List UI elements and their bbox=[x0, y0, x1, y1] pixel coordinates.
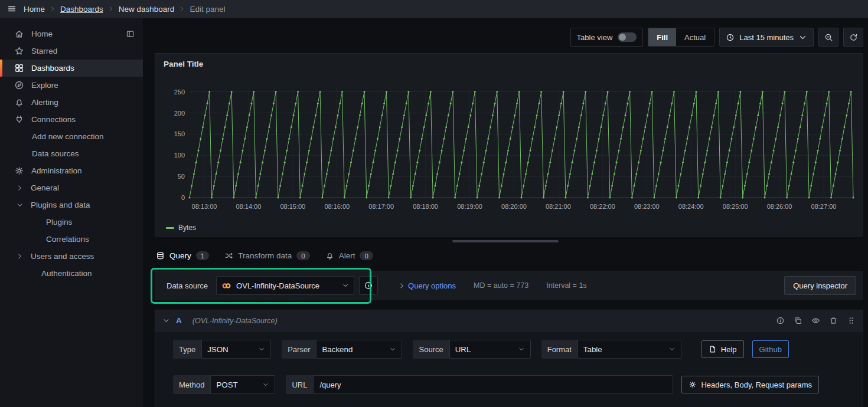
time-range-label: Last 15 minutes bbox=[739, 33, 794, 42]
breadcrumb: HomeDashboardsNew dashboardEdit panel bbox=[24, 5, 225, 14]
chevron-right-icon bbox=[107, 5, 115, 12]
table-view-toggle[interactable] bbox=[618, 32, 637, 42]
menu-icon[interactable] bbox=[7, 4, 17, 14]
svg-text:08:13:00: 08:13:00 bbox=[192, 203, 217, 210]
sidebar-item-alerting[interactable]: Alerting bbox=[0, 94, 143, 111]
type-value: JSON bbox=[207, 345, 229, 354]
type-label: Type bbox=[173, 340, 201, 359]
sidebar-item-general[interactable]: General bbox=[0, 179, 143, 196]
svg-text:08:15:00: 08:15:00 bbox=[280, 203, 305, 210]
query-ref-label[interactable]: A bbox=[176, 316, 182, 325]
dock-sidebar-icon[interactable] bbox=[126, 29, 135, 38]
sidebar-item-authentication[interactable]: Authentication bbox=[0, 265, 143, 282]
parser-value: Backend bbox=[322, 345, 353, 354]
tab-label: Alert bbox=[339, 251, 355, 260]
svg-text:08:19:00: 08:19:00 bbox=[457, 203, 482, 210]
sidebar-item-home[interactable]: Home bbox=[0, 25, 143, 42]
help-label: Help bbox=[721, 345, 737, 354]
svg-text:200: 200 bbox=[174, 110, 185, 117]
chevron-down-icon bbox=[798, 33, 807, 42]
svg-text:08:23:00: 08:23:00 bbox=[634, 203, 660, 210]
panel-resize-handle[interactable] bbox=[452, 240, 559, 242]
drag-handle-icon[interactable] bbox=[847, 316, 856, 325]
sidebar-item-explore[interactable]: Explore bbox=[0, 77, 143, 94]
format-label: Format bbox=[541, 340, 577, 359]
query-options-row-1: Type JSON Parser Backend Source bbox=[173, 340, 863, 359]
breadcrumb-item-new-dashboard[interactable]: New dashboard bbox=[119, 5, 175, 14]
collapse-query-icon[interactable] bbox=[162, 317, 170, 324]
source-select[interactable]: URL bbox=[449, 340, 531, 359]
tab-count-badge: 0 bbox=[296, 251, 309, 260]
database-icon bbox=[156, 251, 165, 260]
sidebar-item-label: Plugins and data bbox=[31, 201, 90, 209]
method-field: Method POST bbox=[173, 375, 275, 394]
datasource-picker[interactable]: OVL-Infinity-DataSource bbox=[216, 276, 354, 295]
sidebar-item-starred[interactable]: Starred bbox=[0, 42, 143, 60]
sidebar-item-label: Dashboards bbox=[31, 64, 74, 73]
sidebar-item-connections[interactable]: Connections bbox=[0, 111, 143, 128]
main-content: Table view Fill Actual Last 15 minutes P… bbox=[143, 18, 868, 407]
github-button[interactable]: Github bbox=[752, 340, 789, 358]
delete-query-icon[interactable] bbox=[829, 316, 838, 325]
type-select[interactable]: JSON bbox=[201, 340, 271, 359]
format-value: Table bbox=[583, 345, 602, 354]
panel: Panel Title 05010015020025008:13:0008:14… bbox=[155, 53, 863, 237]
svg-text:08:22:00: 08:22:00 bbox=[590, 203, 615, 210]
query-row-header[interactable]: A (OVL-Infinity-DataSource) bbox=[155, 310, 863, 331]
svg-text:08:18:00: 08:18:00 bbox=[413, 203, 438, 210]
panel-title[interactable]: Panel Title bbox=[164, 60, 203, 68]
time-range-picker[interactable]: Last 15 minutes bbox=[719, 28, 814, 47]
breadcrumb-item-home[interactable]: Home bbox=[24, 5, 45, 14]
refresh-button[interactable] bbox=[843, 28, 863, 47]
sidebar-item-add-new-connection[interactable]: Add new connection bbox=[0, 128, 143, 145]
sidebar-item-correlations[interactable]: Correlations bbox=[0, 231, 143, 248]
sidebar-item-administration[interactable]: Administration bbox=[0, 162, 143, 179]
tab-transform-data[interactable]: Transform data0 bbox=[224, 250, 309, 261]
sidebar-item-plugins-and-data[interactable]: Plugins and data bbox=[0, 196, 143, 214]
tab-query[interactable]: Query1 bbox=[156, 250, 209, 261]
chevron-right-icon[interactable] bbox=[16, 184, 24, 192]
sidebar-item-label: Home bbox=[31, 29, 53, 38]
sidebar-item-users-and-access[interactable]: Users and access bbox=[0, 248, 143, 265]
duplicate-query-icon[interactable] bbox=[794, 316, 802, 325]
source-field: Source URL bbox=[413, 340, 530, 359]
compass-icon bbox=[14, 80, 24, 90]
url-input[interactable] bbox=[313, 375, 673, 394]
bell-icon bbox=[14, 97, 24, 107]
sidebar-item-plugins[interactable]: Plugins bbox=[0, 214, 143, 231]
chevron-down-icon[interactable] bbox=[16, 201, 24, 209]
query-options-toggle[interactable]: Query options bbox=[398, 281, 456, 290]
tab-label: Transform data bbox=[238, 251, 292, 260]
query-inspector-button[interactable]: Query inspector bbox=[784, 276, 856, 295]
breadcrumb-item-dashboards[interactable]: Dashboards bbox=[60, 5, 103, 14]
sidebar-item-data-sources[interactable]: Data sources bbox=[0, 145, 143, 162]
sidebar-item-dashboards[interactable]: Dashboards bbox=[0, 60, 143, 77]
chart-legend: Bytes bbox=[166, 224, 196, 232]
actual-button[interactable]: Actual bbox=[676, 28, 714, 46]
timeseries-chart: 05010015020025008:13:0008:14:0008:15:000… bbox=[162, 80, 857, 219]
sidebar-item-label: Authentication bbox=[41, 269, 92, 278]
parser-select[interactable]: Backend bbox=[316, 340, 402, 359]
shuffle-icon bbox=[224, 251, 233, 260]
panel-edit-toolbar: Table view Fill Actual Last 15 minutes bbox=[570, 28, 863, 47]
tab-alert[interactable]: Alert0 bbox=[325, 250, 373, 261]
datasource-info-button[interactable] bbox=[359, 276, 378, 295]
toggle-visibility-icon[interactable] bbox=[811, 316, 820, 325]
tab-count-badge: 1 bbox=[196, 251, 209, 260]
sidebar-item-label: General bbox=[31, 183, 59, 192]
info-circle-icon[interactable] bbox=[776, 316, 785, 325]
zoom-out-button[interactable] bbox=[818, 28, 838, 47]
svg-text:08:20:00: 08:20:00 bbox=[501, 203, 527, 210]
help-button[interactable]: Help bbox=[701, 340, 744, 358]
format-select[interactable]: Table bbox=[577, 340, 681, 359]
svg-text:08:16:00: 08:16:00 bbox=[324, 203, 350, 210]
method-select[interactable]: POST bbox=[210, 375, 275, 394]
headers-body-params-button[interactable]: Headers, Body, Request params bbox=[681, 376, 819, 393]
chevron-right-icon[interactable] bbox=[16, 252, 24, 260]
chevron-down-icon bbox=[668, 346, 676, 353]
fill-button[interactable]: Fill bbox=[648, 28, 676, 46]
query-editor-card: A (OVL-Infinity-DataSource) Type JSON bbox=[155, 310, 863, 407]
query-options-label: Query options bbox=[408, 281, 456, 290]
svg-text:08:21:00: 08:21:00 bbox=[546, 203, 571, 210]
legend-label[interactable]: Bytes bbox=[178, 224, 196, 232]
